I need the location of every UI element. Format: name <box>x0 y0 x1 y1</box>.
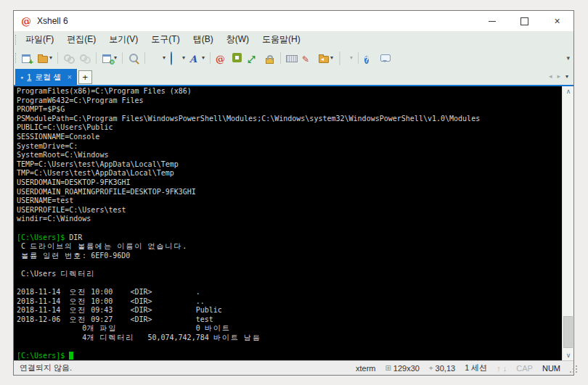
keyboard-icon <box>286 52 298 64</box>
tab-scroll-right-icon[interactable]: ▸ <box>557 73 560 80</box>
menubar: 파일(F) 편집(E) 보기(V) 도구(T) 탭(B) 창(W) 도움말(H) <box>14 31 573 48</box>
terminal[interactable]: ProgramFiles(x86)=C:\Program Files (x86)… <box>14 86 573 360</box>
scrollbar-thumb[interactable] <box>563 316 573 348</box>
num-lock-indicator: NUM <box>542 364 560 373</box>
statusbar: 연결되지 않음. xterm ⊞ 129x30 ⌖ 30,13 1 세션 ↑ ↓… <box>14 360 573 375</box>
toolbar-separator <box>122 52 123 64</box>
chevron-down-icon: ▾ <box>182 54 185 61</box>
caps-lock-indicator: CAP <box>516 364 533 373</box>
terminal-line: 4개 디렉터리 50,074,742,784 바이트 남음 <box>17 334 561 343</box>
terminal-line: PUBLIC=C:\Users\Public <box>17 123 561 133</box>
menu-help[interactable]: 도움말(H) <box>256 31 307 48</box>
menu-view[interactable]: 보기(V) <box>102 31 144 48</box>
find-button[interactable] <box>126 50 141 66</box>
help-button[interactable]: ? <box>362 50 377 66</box>
lock-icon <box>264 52 275 64</box>
maximize-button[interactable] <box>508 11 541 31</box>
chevron-down-icon: ▾ <box>330 54 333 61</box>
cursor-position: ⌖ 30,13 <box>429 364 455 373</box>
window-title: Xshell 6 <box>37 16 68 26</box>
titlebar[interactable]: @ Xshell 6 × <box>14 11 573 31</box>
size-icon: ⊞ <box>385 364 391 372</box>
xftp-icon <box>232 52 243 64</box>
connect-button[interactable] <box>62 50 76 66</box>
terminal-scrollbar[interactable]: ∧ ∨ <box>562 86 573 360</box>
encoding-button[interactable]: ▾ <box>168 50 187 66</box>
menu-tools[interactable]: 도구(T) <box>144 31 186 48</box>
tab-list-dropdown-icon[interactable]: ▾ <box>565 73 568 80</box>
terminal-cursor <box>69 352 73 360</box>
scroll-down-icon[interactable]: ∨ <box>563 350 573 360</box>
session-properties-button[interactable]: ⚙ ▾ <box>100 50 118 66</box>
highlight-button[interactable]: ✎ <box>301 50 315 66</box>
xftp-button[interactable] <box>230 50 245 66</box>
tab-label: 로컬 셸 <box>35 72 61 83</box>
feedback-button[interactable] <box>378 50 393 66</box>
terminal-line: TEMP=C:\Users\test\AppData\Local\Temp <box>17 160 561 170</box>
terminal-line: 2018-11-14 오전 10:00 <DIR> .. <box>17 297 561 307</box>
terminal-line <box>17 260 561 270</box>
xshell-window: @ Xshell 6 × 파일(F) 편집(E) 보기(V) 도구(T) 탭(B… <box>13 10 574 376</box>
new-session-button[interactable]: + <box>20 50 34 66</box>
lock-screen-button[interactable] <box>262 50 277 66</box>
terminal-line: [C:\Users]$ <box>17 352 561 360</box>
toolbar: + ▾ ⚙ ▾ ▾ ▾ A <box>14 48 573 67</box>
terminal-size-value: 129x30 <box>393 364 420 373</box>
disconnect-button[interactable] <box>78 50 92 66</box>
new-tab-button[interactable]: + <box>78 70 92 84</box>
chevron-down-icon: ▾ <box>49 54 52 61</box>
terminal-line <box>17 224 561 233</box>
terminal-line: SESSIONNAME=Console <box>17 133 561 142</box>
disconnect-icon <box>79 52 91 64</box>
font-button[interactable]: A ▾ <box>188 50 206 66</box>
terminal-line: USERDOMAIN=DESKTOP-9FK3GHI <box>17 178 561 188</box>
toolbar-separator <box>358 52 359 64</box>
terminal-line: ProgramFiles(x86)=C:\Program Files (x86) <box>17 87 561 96</box>
terminal-line <box>17 343 561 352</box>
compose-bar-button[interactable] <box>285 50 299 66</box>
terminal-size: ⊞ 129x30 <box>385 364 419 373</box>
terminal-line: 2018-12-06 오전 09:27 <DIR> test <box>17 315 561 325</box>
fullscreen-button[interactable]: ⤢ <box>246 50 261 66</box>
maximize-icon <box>520 17 528 25</box>
terminal-line: USERDOMAIN_ROAMINGPROFILE=DESKTOP-9FK3GH… <box>17 188 561 197</box>
toolbar-separator <box>57 52 58 64</box>
tab-close-icon[interactable]: × <box>67 73 71 81</box>
toolbar-separator <box>210 52 211 64</box>
tab-scroll-left-icon[interactable]: ◂ <box>549 73 552 80</box>
file-transfer-button[interactable]: ◂ ▾ <box>317 50 335 66</box>
layout-button[interactable]: ▾ <box>336 50 354 66</box>
terminal-line: USERPROFILE=C:\Users\test <box>17 206 561 215</box>
xshell-button[interactable]: @ <box>214 50 229 66</box>
open-sessions-button[interactable]: ▾ <box>36 50 54 66</box>
fullscreen-icon: ⤢ <box>248 52 259 64</box>
speech-bubble-icon <box>380 52 391 64</box>
position-icon: ⌖ <box>429 364 433 373</box>
prev-session-icon[interactable]: ↑ <box>497 364 501 373</box>
terminal-line: PROMPT=$P$G <box>17 105 561 115</box>
terminal-line: windir=C:\Windows <box>17 215 561 224</box>
color-scheme-icon <box>150 52 162 64</box>
color-scheme-button[interactable]: ▾ <box>149 50 167 66</box>
tab-local-shell[interactable]: ● 1 로컬 셸 × <box>15 69 77 85</box>
terminal-output: ProgramFiles(x86)=C:\Program Files (x86)… <box>17 87 561 360</box>
menu-edit[interactable]: 편집(E) <box>60 31 102 48</box>
terminal-line: 2018-11-14 오전 09:43 <DIR> Public <box>17 306 561 315</box>
menu-window[interactable]: 창(W) <box>220 31 256 48</box>
minimize-button[interactable] <box>475 11 508 31</box>
resize-grip[interactable] <box>570 371 571 373</box>
close-icon: × <box>554 16 560 26</box>
terminal-line: 볼륨 일련 번호: 6EF0-96D0 <box>17 252 561 261</box>
toolbar-overflow-button[interactable]: ▾ <box>566 54 573 62</box>
terminal-line: [C:\Users]$ DIR <box>17 233 561 243</box>
menu-tab[interactable]: 탭(B) <box>187 31 220 48</box>
connect-icon <box>63 52 75 64</box>
chevron-down-icon: ▾ <box>350 54 353 61</box>
session-status-icon: ● <box>20 75 23 80</box>
next-session-icon[interactable]: ↓ <box>503 364 507 373</box>
toolbar-separator <box>280 52 281 64</box>
menu-file[interactable]: 파일(F) <box>19 31 60 48</box>
close-button[interactable]: × <box>541 11 573 31</box>
properties-icon: ⚙ <box>102 52 113 64</box>
scroll-up-icon[interactable]: ∧ <box>563 86 573 96</box>
